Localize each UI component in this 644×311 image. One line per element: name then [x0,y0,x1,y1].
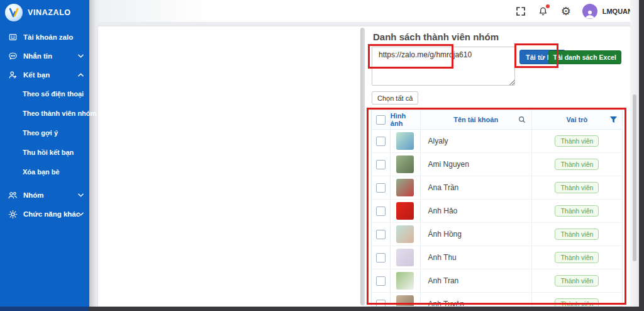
sidebar-item-nhan-tin[interactable]: Nhắn tin [0,47,89,65]
fullscreen-icon[interactable] [514,5,527,18]
row-select-cell [372,246,391,269]
vinazalo-logo-icon [5,4,23,21]
row-checkbox[interactable] [376,253,386,263]
sidebar-item-label: Nhóm [23,191,44,199]
group-link-input[interactable]: https://zalo.me/g/hmrdja610 [372,47,515,86]
table-row: Anh TuyênThành viên [372,293,622,307]
settings-gear-icon[interactable]: ⚙ [560,5,572,18]
table-row: AlyalyThành viên [372,130,622,153]
member-name: Anh Tran [428,276,459,285]
sidebar-item-tai-khoan-zalo[interactable]: Tài khoản zalo [0,28,89,47]
select-all-button[interactable]: Chọn tất cả [372,91,418,105]
row-select-cell [372,130,391,152]
row-name-cell: Anh Thu [421,246,532,269]
row-select-cell [372,153,391,176]
textarea-resize-grip[interactable] [509,79,514,85]
row-role-cell: Thành viên [532,130,622,152]
window-edge-bottom-navy [0,307,89,311]
member-name: Alyaly [428,137,448,145]
search-icon[interactable] [518,116,526,123]
chevron-down-icon [78,54,84,58]
role-badge: Thành viên [555,182,599,193]
sidebar-subitem[interactable]: Thu hồi kết bạn [0,143,89,162]
role-badge: Thành viên [555,252,599,263]
member-avatar [396,156,414,173]
row-checkbox[interactable] [376,300,386,307]
row-select-cell [372,176,391,199]
member-name: Anh Thu [428,253,457,262]
member-avatar [396,272,414,290]
person-add-icon [8,70,18,80]
page-title: Danh sách thành viên nhóm [373,31,499,42]
table-row: Ana TrầnThành viên [372,176,622,200]
member-avatar [396,295,414,307]
sidebar: VINAZALO Tài khoản zaloNhắn tinKết bạnTh… [0,0,89,307]
member-avatar [396,202,414,220]
row-checkbox[interactable] [376,230,386,239]
header-image-label: Hình ảnh [391,112,420,127]
row-role-cell: Thành viên [532,153,622,176]
row-checkbox[interactable] [376,137,386,146]
table-row: Ami NguyenThành viên [372,153,622,176]
row-image-cell [391,153,421,176]
sidebar-nav: Tài khoản zaloNhắn tinKết bạnTheo số điệ… [0,28,89,223]
member-name: Anh Tuyên [428,300,464,307]
group-icon [8,190,18,200]
row-checkbox[interactable] [376,206,386,216]
row-checkbox[interactable] [376,160,386,169]
row-role-cell: Thành viên [532,246,622,269]
chevron-down-icon [78,212,84,216]
row-checkbox[interactable] [376,276,386,286]
sidebar-sublist-ket-ban: Theo số điện thoạiTheo thành viên nhómTh… [0,84,89,182]
member-avatar [396,132,414,150]
sidebar-subitem[interactable]: Theo số điện thoại [0,84,89,104]
member-name: Anh Hảo [428,206,458,215]
row-select-cell [372,293,391,307]
row-role-cell: Thành viên [532,269,622,292]
sidebar-item-nhom[interactable]: Nhóm [0,186,89,205]
chevron-up-icon [78,73,84,77]
row-name-cell: Anh Hảo [421,200,532,222]
page-scrollbar-track[interactable] [630,0,639,307]
sidebar-item-label: Kết bạn [23,71,50,79]
header-role-cell[interactable]: Vai trò [532,110,622,129]
filter-funnel-icon[interactable] [609,116,618,123]
notification-dot [546,4,550,8]
sidebar-item-ket-ban[interactable]: Kết bạn [0,65,89,84]
row-select-cell [372,200,391,222]
chat-icon [8,51,18,61]
panel-scrollbar[interactable] [360,28,365,305]
row-role-cell: Thành viên [532,293,622,307]
user-avatar[interactable] [582,4,597,19]
row-image-cell [391,130,421,152]
brand: VINAZALO [0,0,89,25]
username-label: LMQUAN [602,8,633,15]
sidebar-subitem[interactable]: Theo gợi ý [0,123,89,143]
header-name-cell[interactable]: Tên tài khoản [421,110,532,129]
members-table: Hình ảnh Tên tài khoản Vai trò Aly [371,110,623,307]
table-body: AlyalyThành viênAmi NguyenThành viênAna … [372,130,622,307]
topbar-icon-cluster: ⚙ LMQUAN [514,4,639,19]
sidebar-subitem[interactable]: Theo thành viên nhóm [0,104,89,123]
table-row: Anh HảoThành viên [372,200,622,223]
notifications-bell-icon[interactable] [537,5,550,18]
role-badge: Thành viên [555,229,599,240]
select-all-checkbox[interactable] [376,115,386,125]
role-badge: Thành viên [555,135,599,147]
table-header-row: Hình ảnh Tên tài khoản Vai trò [372,110,622,130]
window-edge-bottom [0,307,639,311]
page-scrollbar-thumb[interactable] [633,94,636,261]
row-select-cell [372,223,391,246]
header-role-label: Vai trò [567,116,588,123]
row-name-cell: Alyaly [421,130,532,152]
topbar: ⚙ LMQUAN [89,0,639,23]
row-checkbox[interactable] [376,183,386,193]
sidebar-item-chuc-nang-khac[interactable]: Chức năng khác [0,205,89,223]
member-avatar [396,249,414,266]
row-name-cell: Ánh Hồng [421,223,532,246]
sidebar-subitem[interactable]: Xóa bạn bè [0,162,89,182]
row-image-cell [391,176,421,199]
download-excel-button[interactable]: Tải danh sách Excel [548,50,621,64]
member-name: Ánh Hồng [428,230,462,239]
row-select-cell [372,269,391,292]
